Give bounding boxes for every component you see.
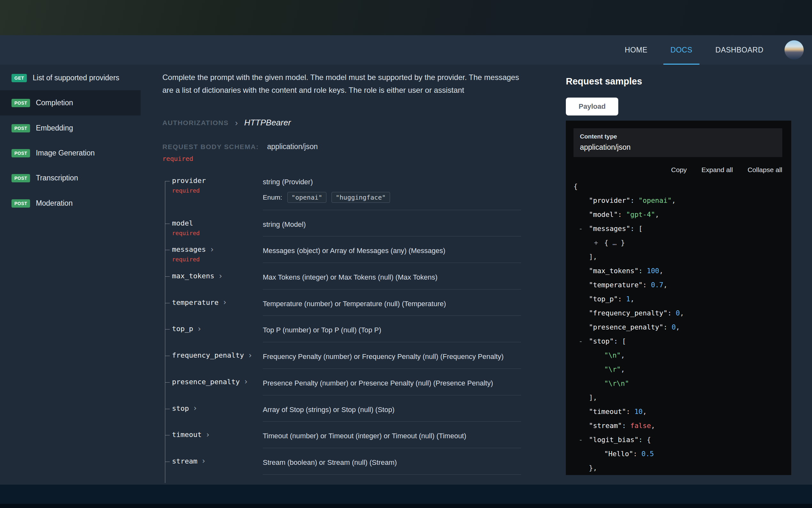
sidebar-item-transcription[interactable]: POSTTranscription bbox=[0, 165, 141, 190]
field-description-cell: Presence Penalty (number) or Presence Pe… bbox=[263, 378, 521, 395]
field-name-cell: messages›required bbox=[162, 245, 263, 263]
field-row: modelrequiredstring (Model) bbox=[162, 219, 521, 237]
expand-chevron-icon: › bbox=[205, 431, 210, 438]
collapse-toggle[interactable]: - bbox=[579, 433, 589, 447]
field-name-cell: providerrequired bbox=[162, 177, 263, 210]
field-name-cell: temperature› bbox=[162, 298, 263, 316]
code-token: : bbox=[630, 194, 638, 208]
field-name-cell: stop› bbox=[162, 405, 263, 422]
code-token: false bbox=[630, 419, 651, 433]
operation-main: Complete the prompt with the given model… bbox=[141, 65, 566, 484]
collapse-toggle[interactable]: - bbox=[579, 222, 589, 236]
code-token: : bbox=[618, 292, 626, 306]
code-token: "presence_penalty" bbox=[589, 320, 663, 334]
field-name[interactable]: messages› bbox=[172, 245, 263, 253]
code-token: }, bbox=[589, 461, 597, 475]
request-body-content-type[interactable]: application/json bbox=[267, 142, 318, 151]
code-line: ], bbox=[574, 250, 782, 264]
field-name[interactable]: timeout› bbox=[172, 431, 263, 438]
code-line: -"logit_bias": { bbox=[574, 433, 782, 447]
sidebar-item-label: Transcription bbox=[36, 173, 78, 183]
code-line: "\r", bbox=[574, 363, 782, 377]
code-token: "\n" bbox=[604, 348, 621, 363]
field-description-cell: Frequency Penalty (number) or Frequency … bbox=[263, 351, 521, 369]
field-description-cell: string (Model) bbox=[263, 219, 521, 237]
code-line: "max_tokens": 100, bbox=[574, 264, 782, 278]
field-name-text: provider bbox=[172, 177, 206, 184]
field-name[interactable]: temperature› bbox=[172, 298, 263, 306]
field-description-cell: Max Tokens (integer) or Max Tokens (null… bbox=[263, 272, 521, 290]
code-token: : bbox=[630, 222, 638, 236]
enum-value: "huggingface" bbox=[332, 192, 390, 203]
code-token: "provider" bbox=[589, 194, 630, 208]
user-avatar[interactable] bbox=[784, 40, 804, 59]
field-name-text: top_p bbox=[172, 325, 193, 333]
required-label: required bbox=[172, 230, 263, 237]
collapse-toggle[interactable]: - bbox=[579, 334, 589, 348]
code-token: , bbox=[655, 208, 659, 222]
code-line: "timeout": 10, bbox=[574, 405, 782, 419]
code-token: , bbox=[672, 194, 676, 208]
field-type: Messages (object) or Array of Messages (… bbox=[263, 246, 521, 256]
nav-tab-docs[interactable]: DOCS bbox=[659, 35, 704, 65]
authorizations-value[interactable]: HTTPBearer bbox=[244, 118, 291, 128]
content-type-value[interactable]: application/json bbox=[580, 143, 776, 152]
request-body-schema-label: REQUEST BODY SCHEMA: bbox=[162, 143, 258, 151]
nav-tab-home[interactable]: HOME bbox=[613, 35, 659, 65]
field-name[interactable]: stream› bbox=[172, 457, 263, 465]
field-type: string (Model) bbox=[263, 220, 521, 229]
code-token: [ bbox=[638, 222, 642, 236]
field-name-text: messages bbox=[172, 245, 206, 253]
field-name[interactable]: frequency_penalty› bbox=[172, 351, 263, 359]
code-token: : bbox=[626, 405, 634, 419]
sidebar-item-image-generation[interactable]: POSTImage Generation bbox=[0, 140, 141, 165]
field-name-cell: frequency_penalty› bbox=[162, 351, 263, 369]
code-token: "Hello" bbox=[604, 447, 633, 461]
field-name[interactable]: top_p› bbox=[172, 325, 263, 333]
sidebar-item-embedding[interactable]: POSTEmbedding bbox=[0, 116, 141, 140]
sidebar-item-completion[interactable]: POSTCompletion bbox=[0, 90, 141, 115]
field-type: Temperature (number) or Temperature (nul… bbox=[263, 299, 521, 309]
sidebar-item-moderation[interactable]: POSTModeration bbox=[0, 190, 141, 216]
field-description-cell: Temperature (number) or Temperature (nul… bbox=[263, 298, 521, 316]
code-token: : bbox=[618, 208, 626, 222]
code-token: "stop" bbox=[589, 334, 614, 348]
collapse-all-button[interactable]: Collapse all bbox=[748, 166, 782, 174]
required-label: required bbox=[172, 187, 263, 194]
expand-chevron-icon: › bbox=[210, 246, 214, 253]
expand-all-button[interactable]: Expand all bbox=[701, 166, 733, 174]
code-line: "top_p": 1, bbox=[574, 292, 782, 306]
code-token: , bbox=[663, 278, 668, 292]
content-area: GETList of supported providersPOSTComple… bbox=[0, 65, 812, 484]
chevron-right-icon: › bbox=[235, 119, 238, 127]
field-type: Max Tokens (integer) or Max Tokens (null… bbox=[263, 272, 521, 282]
code-line: "provider": "openai", bbox=[574, 194, 782, 208]
field-name[interactable]: max_tokens› bbox=[172, 272, 263, 280]
request-samples-title: Request samples bbox=[566, 76, 812, 87]
code-token: , bbox=[659, 264, 663, 278]
code-line: "presence_penalty": 0, bbox=[574, 320, 782, 334]
method-badge: POST bbox=[11, 124, 30, 132]
code-token: 1 bbox=[626, 292, 630, 306]
field-row: timeout›Timeout (number) or Timeout (int… bbox=[162, 431, 521, 448]
field-type: Top P (number) or Top P (null) (Top P) bbox=[263, 325, 521, 335]
code-token: "openai" bbox=[638, 194, 672, 208]
field-name[interactable]: stop› bbox=[172, 405, 263, 412]
payload-tab[interactable]: Payload bbox=[566, 97, 618, 116]
field-name-cell: presence_penalty› bbox=[162, 378, 263, 395]
method-badge: POST bbox=[11, 149, 30, 157]
code-token: "frequency_penalty" bbox=[589, 306, 668, 320]
expand-toggle[interactable]: + bbox=[594, 236, 604, 250]
operation-description: Complete the prompt with the given model… bbox=[162, 71, 521, 97]
copy-button[interactable]: Copy bbox=[671, 166, 687, 174]
code-token: : bbox=[614, 334, 622, 348]
code-token: 0 bbox=[676, 306, 680, 320]
field-name[interactable]: presence_penalty› bbox=[172, 378, 263, 386]
sidebar-item-label: List of supported providers bbox=[33, 73, 119, 83]
nav-tab-dashboard[interactable]: DASHBOARD bbox=[704, 35, 775, 65]
code-token: : bbox=[663, 320, 672, 334]
field-type: Array of Stop (strings) or Stop (null) (… bbox=[263, 405, 521, 415]
sidebar-item-list-of-supported-providers[interactable]: GETList of supported providers bbox=[0, 65, 141, 90]
enum-value: "openai" bbox=[287, 192, 326, 203]
request-body-required-label: required bbox=[162, 155, 521, 163]
